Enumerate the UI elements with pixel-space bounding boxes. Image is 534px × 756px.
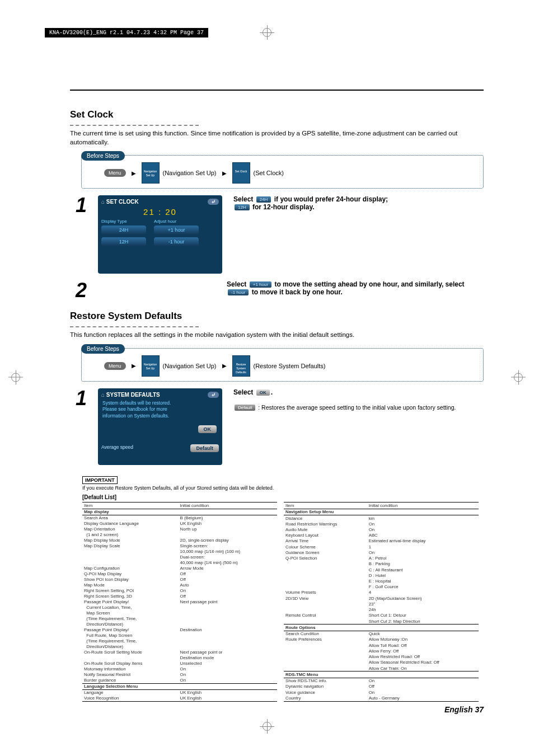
table-cell-value: 2D (Map/Guidance Screen) xyxy=(367,595,479,601)
table-cell-value: On xyxy=(179,678,277,684)
table-cell-item xyxy=(82,549,179,555)
table-cell-item: Route Preferences xyxy=(284,637,367,642)
table-cell-item xyxy=(284,642,367,648)
table-cell-value: Dual-screen: xyxy=(179,555,277,560)
table-cell-item: Direction/Distance) xyxy=(82,622,179,627)
set-clock-tile-icon: Set Clock xyxy=(232,162,250,184)
table-cell-item xyxy=(284,578,367,584)
table-cell-value: 10,000 map {1/16 min} (100 m) xyxy=(179,549,277,555)
table-cell-item xyxy=(284,618,367,624)
set-clock-screen: ⌂ SET CLOCK ⤶ 21 : 20 Display Type 24H 1… xyxy=(98,195,222,274)
btn-plus-hour: +1 hour xyxy=(154,226,199,234)
table-cell-value: On xyxy=(179,588,277,594)
table-cell-item xyxy=(284,567,367,572)
table-cell-item: (Time Requirement, Time, xyxy=(82,616,179,622)
table-cell-value: UK English xyxy=(179,521,277,527)
table-cell-item: Map Orientation xyxy=(82,527,179,532)
mini-btn-default: Default xyxy=(235,405,255,411)
spacer xyxy=(98,280,216,300)
table-cell-value: Estimated arrival-time display xyxy=(367,538,479,544)
table-cell-value: Unselected xyxy=(179,661,277,666)
before-steps-box: Before Steps Menu ▶ Navigation Set Up (N… xyxy=(81,151,484,189)
table-cell-value: Auto xyxy=(179,583,277,588)
table-cell-item: Road Restriction Warnings xyxy=(284,521,367,527)
mini-btn-minus-hour: -1 hour xyxy=(228,289,249,295)
step1-select: Select xyxy=(233,195,253,203)
table-cell-item: (Time Requirement, Time, xyxy=(82,638,179,644)
divider-dashed xyxy=(70,121,199,126)
table-cell-item: Right Screen Setting, 3D xyxy=(82,594,179,599)
arrow-icon: ▶ xyxy=(132,363,136,369)
table-cell-value: A : Petrol xyxy=(367,556,479,561)
section-header: RDS-TMC Menu xyxy=(284,672,479,678)
table-cell-item xyxy=(284,584,367,590)
table-cell-value: On xyxy=(367,550,479,555)
before-steps-label: Before Steps xyxy=(81,151,125,161)
table-cell-item xyxy=(284,607,367,613)
table-cell-item: Country xyxy=(284,695,367,701)
table-cell-item xyxy=(284,665,367,672)
mini-btn-plus-hour: +1 hour xyxy=(250,281,271,288)
table-cell-value xyxy=(179,644,277,650)
table-cell-value: Off xyxy=(179,571,277,577)
table-cell-item: On-Route Scroll Setting Mode xyxy=(82,650,179,655)
section-title-set-clock: Set Clock xyxy=(70,109,484,120)
table-cell-value: Allow Seasonal Restricted Road: Off xyxy=(367,660,479,665)
table-cell-value: Allow Car Train: On xyxy=(367,665,479,672)
table-cell-value: On xyxy=(179,672,277,678)
btn-24h: 24H xyxy=(101,226,146,234)
step1-mid: if you would prefer 24-hour display; xyxy=(274,195,388,203)
before-steps-box-2: Before Steps Menu ▶ Navigation Set Up (N… xyxy=(81,344,484,382)
table-cell-item: 2D/3D View xyxy=(284,595,367,601)
table-cell-item xyxy=(284,654,367,660)
table-cell-item: Show POI Icon Display xyxy=(82,577,179,583)
table-cell-value: Off xyxy=(367,684,479,689)
arrow-icon: ▶ xyxy=(222,363,227,369)
restore-step-instruction: Select OK. Default : Restores the averag… xyxy=(233,388,484,465)
table-cell-item: Remote Control xyxy=(284,613,367,618)
table-cell-value: km xyxy=(367,515,479,522)
clock-time: 21 : 20 xyxy=(101,207,219,217)
table-cell-item: On-Route Scroll Display Items xyxy=(82,661,179,666)
table-cell-item: Map Configuration xyxy=(82,566,179,571)
table-cell-item: Map Display Mode xyxy=(82,538,179,543)
important-text: If you execute Restore System Defaults, … xyxy=(82,485,484,491)
crop-mark xyxy=(514,372,523,384)
table-cell-value: B : Parking xyxy=(367,561,479,567)
table-cell-item: Dynamic navigation xyxy=(284,684,367,689)
divider-dashed xyxy=(70,323,199,327)
table-cell-item xyxy=(284,601,367,607)
home-icon: ⌂ xyxy=(101,199,106,205)
table-cell-value: 40,000 map {1/4 min} (500 m) xyxy=(179,560,277,566)
table-cell-value: Next passage point or xyxy=(179,650,277,655)
table-cell-value xyxy=(179,616,277,622)
crumb-set-clock: (Set Clock) xyxy=(254,170,284,176)
restore-select: Select xyxy=(233,388,253,396)
table-cell-item: Audio Mute xyxy=(284,527,367,533)
menu-pill: Menu xyxy=(104,169,126,177)
table-cell-item: Show RDS-TMC info. xyxy=(284,678,367,684)
screen-body-line: information on System defaults. xyxy=(102,413,218,420)
table-cell-item: Language xyxy=(82,689,179,696)
table-cell-value: On xyxy=(367,527,479,533)
step-number-1: 1 xyxy=(70,195,87,274)
section-header: Map display xyxy=(82,509,277,515)
table-cell-item: Voice guidance xyxy=(284,689,367,695)
col-initial: Initial condition xyxy=(179,502,277,509)
adjust-hour-label: Adjust hour xyxy=(154,219,199,224)
table-cell-value: Off xyxy=(179,577,277,583)
screen-title: SYSTEM DEFAULTS xyxy=(106,392,160,398)
table-cell-value: Single-screen: xyxy=(179,543,277,549)
screen-body-line: Please see handbook for more xyxy=(102,406,218,413)
table-cell-value: 2D, single-screen display xyxy=(179,538,277,543)
crumb-nav-setup: (Navigation Set Up) xyxy=(163,170,217,176)
table-cell-item: Map Display Scale xyxy=(82,543,179,549)
table-cell-value: Short Cut 1: Detour xyxy=(367,613,479,618)
table-cell-item: Colour Scheme xyxy=(284,544,367,550)
table-cell-value: Quick xyxy=(367,631,479,637)
step-number-1b: 1 xyxy=(70,388,87,465)
table-cell-item xyxy=(284,561,367,567)
table-cell-item: Q-POI Map Display xyxy=(82,571,179,577)
mini-btn-ok: OK xyxy=(256,389,270,396)
table-cell-item: Volume Presets xyxy=(284,590,367,595)
